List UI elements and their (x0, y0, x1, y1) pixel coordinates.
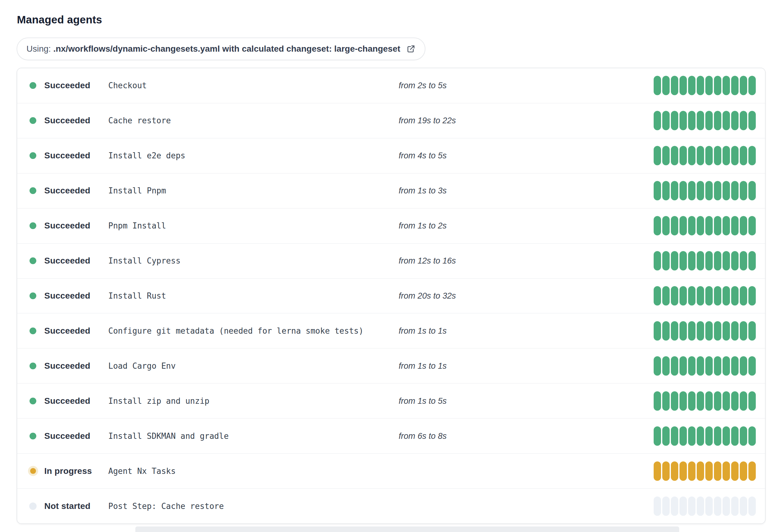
progress-segment (748, 146, 756, 165)
progress-segment (697, 181, 704, 201)
step-name: Install Cypress (108, 256, 181, 265)
agent-progress-segments (654, 391, 756, 411)
progress-segment (662, 426, 670, 445)
progress-segment (679, 181, 687, 201)
progress-segment (723, 391, 730, 411)
progress-segment (688, 391, 695, 411)
progress-segment (748, 496, 756, 516)
progress-segment (740, 286, 747, 305)
agent-step-row[interactable]: Succeeded Install e2e deps from 4s to 5s (17, 138, 765, 173)
progress-segment (697, 496, 704, 516)
status-dot-icon (29, 503, 36, 510)
progress-segment (697, 111, 704, 130)
progress-segment (688, 356, 695, 376)
progress-segment (731, 496, 739, 516)
progress-segment (654, 251, 661, 271)
agent-step-row[interactable]: Succeeded Install SDKMAN and gradle from… (17, 418, 765, 453)
agent-progress-segments (654, 181, 756, 201)
progress-segment (688, 286, 695, 305)
progress-segment (705, 426, 713, 445)
progress-segment (688, 111, 695, 130)
progress-segment (731, 461, 739, 481)
progress-segment (679, 496, 687, 516)
progress-segment (671, 391, 678, 411)
progress-segment (705, 356, 713, 376)
progress-segment (714, 76, 721, 95)
status-dot-wrap (28, 221, 37, 230)
step-duration: from 6s to 8s (399, 431, 447, 441)
agent-step-row[interactable]: Succeeded Configure git metadata (needed… (17, 313, 765, 348)
step-name: Install SDKMAN and gradle (108, 431, 229, 441)
page-title: Managed agents (17, 13, 102, 26)
progress-segment (671, 76, 678, 95)
progress-segment (740, 426, 747, 445)
progress-segment (688, 216, 695, 236)
progress-segment (671, 426, 678, 445)
progress-segment (697, 461, 704, 481)
status-label: Succeeded (44, 431, 108, 441)
status-dot-icon (29, 433, 36, 439)
progress-segment (688, 461, 695, 481)
progress-segment (654, 356, 661, 376)
progress-segment (731, 426, 739, 445)
progress-segment (731, 321, 739, 341)
workflow-source-banner[interactable]: Using: .nx/workflows/dynamic-changesets.… (17, 37, 425, 60)
progress-segment (679, 286, 687, 305)
progress-segment (688, 181, 695, 201)
progress-segment (714, 461, 721, 481)
progress-segment (714, 181, 721, 201)
workflow-banner-text: Using: .nx/workflows/dynamic-changesets.… (26, 44, 400, 54)
step-duration: from 1s to 5s (399, 396, 447, 406)
agent-step-row[interactable]: Succeeded Checkout from 2s to 5s (17, 68, 765, 103)
progress-segment (654, 216, 661, 236)
progress-segment (748, 356, 756, 376)
progress-segment (705, 181, 713, 201)
agent-step-row[interactable]: Succeeded Install Pnpm from 1s to 3s (17, 173, 765, 208)
step-name: Load Cargo Env (108, 361, 176, 371)
agent-step-row[interactable]: In progress Agent Nx Tasks (17, 453, 765, 488)
progress-segment (748, 111, 756, 130)
progress-segment (714, 321, 721, 341)
progress-segment (654, 391, 661, 411)
workflow-banner-prefix: Using: (26, 44, 53, 53)
step-name: Install e2e deps (108, 151, 185, 160)
step-name: Configure git metadata (needed for lerna… (108, 326, 363, 336)
agent-step-row[interactable]: Succeeded Load Cargo Env from 1s to 1s (17, 348, 765, 383)
external-link-icon[interactable] (406, 44, 416, 53)
status-dot-wrap (28, 396, 37, 406)
progress-segment (697, 356, 704, 376)
agent-step-row[interactable]: Succeeded Install zip and unzip from 1s … (17, 383, 765, 418)
progress-segment (731, 391, 739, 411)
status-label: Not started (44, 501, 108, 511)
progress-segment (748, 216, 756, 236)
agent-step-row[interactable]: Succeeded Install Rust from 20s to 32s (17, 278, 765, 313)
progress-segment (723, 146, 730, 165)
progress-segment (662, 496, 670, 516)
step-duration: from 1s to 1s (399, 361, 447, 371)
progress-segment (697, 391, 704, 411)
progress-segment (679, 76, 687, 95)
progress-segment (714, 146, 721, 165)
agent-step-row[interactable]: Not started Post Step: Cache restore (17, 488, 765, 523)
status-dot-icon (29, 117, 36, 124)
progress-segment (654, 321, 661, 341)
agent-progress-segments (654, 216, 756, 236)
step-name: Agent Nx Tasks (108, 467, 176, 476)
progress-segment (662, 391, 670, 411)
progress-segment (654, 286, 661, 305)
progress-segment (740, 461, 747, 481)
progress-segment (731, 146, 739, 165)
step-name: Checkout (108, 81, 147, 90)
status-dot-wrap (28, 186, 37, 195)
agent-step-row[interactable]: Succeeded Pnpm Install from 1s to 2s (17, 208, 765, 243)
progress-segment (714, 111, 721, 130)
agent-step-row[interactable]: Succeeded Install Cypress from 12s to 16… (17, 243, 765, 278)
progress-segment (731, 216, 739, 236)
progress-segment (654, 111, 661, 130)
agent-step-row[interactable]: Succeeded Cache restore from 19s to 22s (17, 103, 765, 138)
progress-segment (748, 251, 756, 271)
progress-segment (697, 426, 704, 445)
progress-segment (671, 111, 678, 130)
progress-segment (731, 251, 739, 271)
progress-segment (748, 461, 756, 481)
